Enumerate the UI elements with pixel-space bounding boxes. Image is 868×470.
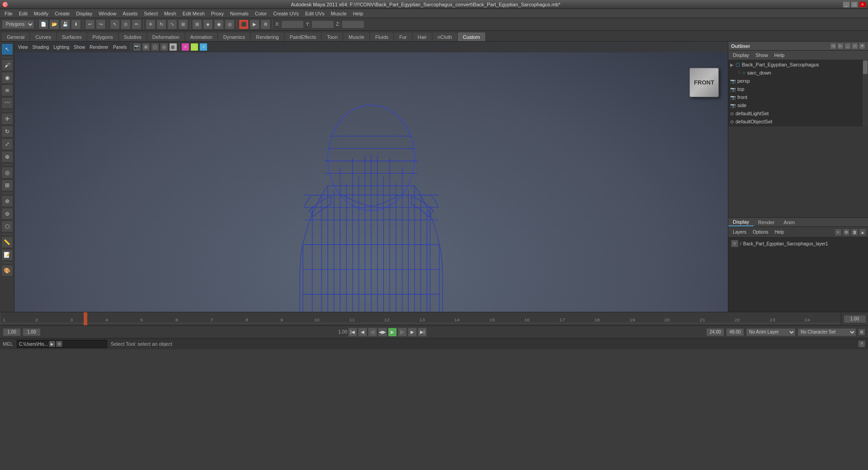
vp-light1-btn[interactable]: ☀ <box>181 43 189 51</box>
workspace-select[interactable]: Polygons <box>2 20 34 29</box>
ik-tool[interactable]: ⊜ <box>1 208 13 220</box>
tab-muscle[interactable]: Muscle <box>344 33 369 41</box>
vp-light2-btn[interactable]: ☀ <box>190 43 198 51</box>
vp-shading-menu[interactable]: Shading <box>31 44 51 50</box>
undo-button[interactable]: ↩ <box>85 19 95 29</box>
menu-modify[interactable]: Modify <box>31 10 51 17</box>
menu-assets[interactable]: Assets <box>120 10 140 17</box>
vp-textured-btn[interactable]: ▦ <box>169 43 177 51</box>
cloth-tool[interactable]: ≋ <box>1 85 13 96</box>
layer-up-btn[interactable]: ▲ <box>859 229 866 236</box>
view-cube[interactable]: FRONT <box>689 68 719 97</box>
measure-tool[interactable]: 📏 <box>1 236 13 248</box>
outliner-scrollbar[interactable] <box>863 60 868 127</box>
minimize-button[interactable]: _ <box>843 1 850 8</box>
tab-rendering[interactable]: Rendering <box>251 33 284 41</box>
menu-proxy[interactable]: Proxy <box>208 10 226 17</box>
layer-new-btn[interactable]: + <box>835 229 842 236</box>
outliner-item-lightset[interactable]: ⊙ defaultLightSet <box>728 109 863 118</box>
outliner-maximize[interactable]: □ <box>852 43 858 49</box>
hair-tool[interactable]: 〰 <box>1 97 13 109</box>
outliner-menu-help[interactable]: Help <box>772 52 788 59</box>
menu-select[interactable]: Select <box>141 10 160 17</box>
end-frame-input[interactable] <box>726 328 744 336</box>
tab-ncloth[interactable]: nCloth <box>433 33 457 41</box>
outliner-item-objectset[interactable]: ⊙ defaultObjectSet <box>728 118 863 126</box>
render-tool[interactable]: 🎨 <box>1 265 13 277</box>
rotate-tool[interactable]: ↻ <box>156 19 166 29</box>
layer-menu-layers[interactable]: Layers <box>730 229 749 235</box>
scale-3d[interactable]: ⤢ <box>1 138 13 150</box>
tab-fur[interactable]: Fur <box>394 33 412 41</box>
render-options[interactable]: ⚙ <box>260 19 270 29</box>
outliner-item-side[interactable]: 📷 side <box>728 101 863 109</box>
snap-curve[interactable]: ◈ <box>203 19 213 29</box>
anim-layer-select[interactable]: No Anim Layer <box>746 328 796 336</box>
tab-general[interactable]: General <box>2 33 29 41</box>
select-tool[interactable]: ↖ <box>110 19 120 29</box>
next-key-btn[interactable]: ▷ <box>398 328 407 337</box>
timeline[interactable]: 1 2 3 4 5 6 7 8 9 10 11 12 13 14 15 16 1… <box>0 312 868 325</box>
universal-manip[interactable]: ⊞ <box>178 19 188 29</box>
ipr-render[interactable]: ▶ <box>250 19 259 29</box>
tab-painteffects[interactable]: PaintEffects <box>285 33 321 41</box>
go-end-btn[interactable]: ▶| <box>418 328 427 337</box>
menu-normals[interactable]: Normals <box>227 10 251 17</box>
move-3d[interactable]: ✛ <box>1 113 13 125</box>
current-frame-input[interactable] <box>844 315 866 323</box>
vp-light3-btn[interactable]: ☀ <box>199 43 208 51</box>
layer-menu-options[interactable]: Options <box>750 229 771 235</box>
maximize-button[interactable]: □ <box>851 1 858 8</box>
move-tool[interactable]: ✛ <box>146 19 156 29</box>
outliner-item-sarc-down[interactable]: └ ○ sarc_down <box>728 69 863 77</box>
annotation-tool[interactable]: 📝 <box>1 249 13 261</box>
layer-delete-btn[interactable]: 🗑 <box>851 229 858 236</box>
outliner-item-top[interactable]: 📷 top <box>728 85 863 93</box>
layer-menu-help[interactable]: Help <box>772 229 787 235</box>
menu-edit-mesh[interactable]: Edit Mesh <box>180 10 208 17</box>
soft-mod-tool[interactable]: ◎ <box>1 167 13 179</box>
redo-button[interactable]: ↪ <box>96 19 106 29</box>
outliner-minimize[interactable]: _ <box>844 43 851 49</box>
tab-animation[interactable]: Animation <box>185 33 217 41</box>
vp-wireframe-btn[interactable]: ⬡ <box>151 43 159 51</box>
tab-polygons[interactable]: Polygons <box>87 33 118 41</box>
snap-point[interactable]: ◉ <box>214 19 224 29</box>
outliner-menu-show[interactable]: Show <box>753 52 771 59</box>
joint-tool[interactable]: ⊛ <box>1 195 13 207</box>
menu-muscle[interactable]: Muscle <box>328 10 349 17</box>
viewport[interactable]: View Shading Lighting Show Renderer Pane… <box>14 42 728 312</box>
cmd-clear-btn[interactable]: ✕ <box>56 341 62 347</box>
tab-display[interactable]: Display <box>728 218 754 226</box>
menu-window[interactable]: Window <box>96 10 119 17</box>
save-button[interactable]: 💾 <box>60 19 70 29</box>
import-button[interactable]: ⬇ <box>71 19 81 29</box>
new-scene-button[interactable]: 📄 <box>38 19 48 29</box>
tab-toon[interactable]: Toon <box>322 33 343 41</box>
y-input[interactable] <box>311 20 334 28</box>
outliner-menu-display[interactable]: Display <box>730 52 752 59</box>
scroll-thumb[interactable] <box>863 61 868 74</box>
range-start-input[interactable] <box>23 328 41 336</box>
vp-smooth-btn[interactable]: ◎ <box>160 43 168 51</box>
start-frame-input[interactable] <box>3 328 21 336</box>
play-back-btn[interactable]: ◀▶ <box>378 328 387 337</box>
tab-curves[interactable]: Curves <box>30 33 56 41</box>
scale-tool[interactable]: ⤡ <box>167 19 177 29</box>
help-line-btn[interactable]: ? <box>858 340 865 348</box>
paint-select-tool[interactable]: ✏ <box>132 19 142 29</box>
menu-file[interactable]: File <box>2 10 15 17</box>
vp-grid-btn[interactable]: ⊞ <box>142 43 150 51</box>
outliner-item-persp[interactable]: 📷 persp <box>728 77 863 85</box>
layer-row[interactable]: V / Back_Part_Egyptian_Sarcophagus_layer… <box>729 239 867 249</box>
next-frame-btn[interactable]: ▶ <box>408 328 417 337</box>
skin-tool[interactable]: ⬡ <box>1 221 13 232</box>
tab-render[interactable]: Render <box>754 219 779 226</box>
character-set-select[interactable]: No Character Set <box>797 328 856 336</box>
anim-settings-btn[interactable]: ⚙ <box>858 329 865 336</box>
layer-visibility-btn[interactable]: V <box>731 240 738 247</box>
universal-tool[interactable]: ⊕ <box>1 151 13 163</box>
vp-lighting-menu[interactable]: Lighting <box>52 44 71 50</box>
z-input[interactable] <box>342 20 364 28</box>
menu-create-uvs[interactable]: Create UVs <box>270 10 302 17</box>
